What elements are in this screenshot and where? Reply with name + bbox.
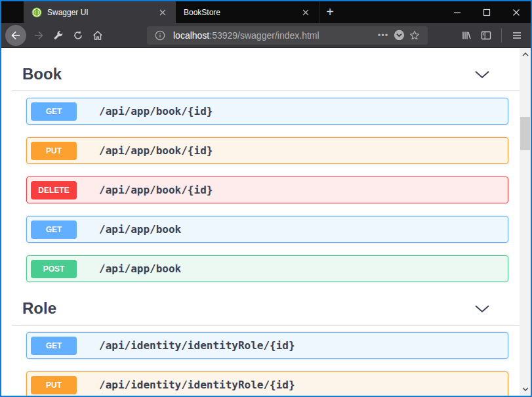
forward-icon	[33, 30, 44, 41]
operation-path: /api/identity/identityRole/{id}	[99, 339, 295, 352]
method-badge: PUT	[31, 142, 77, 160]
home-button[interactable]	[88, 26, 108, 45]
pocket-button[interactable]	[391, 28, 407, 43]
section-divider	[12, 325, 520, 325]
tabbar-corner-spacer	[1, 1, 24, 23]
forward-button[interactable]	[29, 26, 49, 45]
method-badge: POST	[31, 260, 77, 278]
new-tab-button[interactable]: +	[319, 1, 340, 23]
operation-row[interactable]: PUT /api/identity/identityRole/{id}	[26, 371, 508, 396]
operation-path: /api/app/book/{id}	[99, 105, 213, 117]
scrollbar-thumb[interactable]	[520, 117, 530, 150]
page-actions-button[interactable]: •••	[375, 28, 391, 43]
tab-close-icon[interactable]	[299, 6, 312, 19]
method-badge: DELETE	[31, 181, 77, 199]
operation-row[interactable]: POST /api/app/book	[26, 255, 508, 282]
window-controls	[442, 1, 531, 23]
section-header[interactable]: Book	[26, 65, 508, 83]
titlebar-drag-area	[340, 1, 442, 23]
operation-path: /api/app/book	[99, 223, 181, 236]
library-icon	[461, 30, 472, 41]
reload-button[interactable]	[68, 26, 88, 45]
section-header[interactable]: Role	[26, 299, 508, 318]
operation-row[interactable]: GET /api/app/book/{id}	[26, 98, 508, 125]
close-window-button[interactable]	[501, 1, 531, 23]
minimize-button[interactable]	[442, 1, 472, 23]
operation-path: /api/identity/identityRole/{id}	[99, 379, 295, 391]
pocket-icon	[394, 30, 405, 41]
method-badge: GET	[31, 220, 77, 239]
vertical-scrollbar[interactable]	[520, 48, 531, 396]
menu-button[interactable]	[507, 26, 527, 45]
back-button[interactable]	[5, 25, 26, 46]
reload-icon	[73, 30, 83, 41]
operation-row[interactable]: GET /api/app/book	[26, 216, 508, 243]
tab-strip: Swagger UI BookStore +	[24, 1, 340, 23]
sidebar-button[interactable]	[476, 26, 496, 45]
library-button[interactable]	[457, 26, 476, 45]
section-divider	[12, 91, 520, 91]
tab-swagger-ui[interactable]: Swagger UI	[24, 1, 176, 23]
operation-path: /api/app/book/{id}	[99, 184, 213, 196]
toolbar-right-cluster	[457, 26, 527, 45]
bookmark-star-button[interactable]	[407, 28, 422, 43]
method-badge: GET	[31, 337, 77, 355]
scroll-up-arrow[interactable]	[520, 49, 531, 60]
maximize-button[interactable]	[472, 1, 501, 23]
tab-bookstore[interactable]: BookStore	[176, 1, 319, 23]
operation-path: /api/app/book/{id}	[99, 144, 213, 157]
home-icon	[92, 30, 103, 41]
chevron-down-icon[interactable]	[474, 304, 490, 313]
url-text[interactable]: localhost:53929/swagger/index.html	[173, 30, 375, 41]
browser-window: Swagger UI BookStore +	[0, 0, 532, 397]
api-section: Role GET /api/identity/identityRole/{id}…	[26, 299, 508, 396]
operation-list: GET /api/app/book/{id} PUT /api/app/book…	[26, 98, 508, 282]
section-title: Role	[22, 299, 56, 318]
wrench-icon	[53, 30, 64, 41]
url-host: localhost	[173, 30, 209, 41]
tab-title: BookStore	[184, 8, 299, 17]
site-info-icon[interactable]	[152, 28, 168, 43]
tools-button[interactable]	[49, 26, 68, 45]
operation-row[interactable]: PUT /api/app/book/{id}	[26, 137, 508, 164]
sidebar-icon	[481, 30, 491, 41]
hamburger-icon	[512, 30, 522, 41]
tab-close-icon[interactable]	[156, 6, 169, 19]
scroll-down-arrow[interactable]	[520, 384, 531, 394]
swagger-favicon-icon	[31, 7, 42, 18]
navigation-toolbar: localhost:53929/swagger/index.html •••	[1, 23, 531, 48]
api-sections: Book GET /api/app/book/{id} PUT /api/app…	[26, 65, 508, 396]
tab-bar: Swagger UI BookStore +	[1, 1, 531, 23]
operation-row[interactable]: GET /api/identity/identityRole/{id}	[26, 332, 508, 359]
swagger-page: Book GET /api/app/book/{id} PUT /api/app…	[1, 48, 520, 396]
operation-row[interactable]: DELETE /api/app/book/{id}	[26, 177, 508, 203]
star-icon	[409, 30, 420, 41]
tab-title: Swagger UI	[47, 8, 156, 17]
operation-path: /api/app/book	[99, 262, 181, 275]
section-title: Book	[22, 65, 62, 83]
toolbar-divider	[501, 28, 502, 43]
url-bar[interactable]: localhost:53929/swagger/index.html •••	[147, 26, 428, 45]
browser-viewport: Book GET /api/app/book/{id} PUT /api/app…	[1, 48, 531, 396]
api-section: Book GET /api/app/book/{id} PUT /api/app…	[26, 65, 508, 282]
method-badge: PUT	[31, 376, 77, 394]
operation-list: GET /api/identity/identityRole/{id} PUT …	[26, 332, 508, 396]
chevron-down-icon[interactable]	[474, 70, 490, 79]
url-path: :53929/swagger/index.html	[209, 30, 319, 41]
method-badge: GET	[31, 102, 77, 121]
